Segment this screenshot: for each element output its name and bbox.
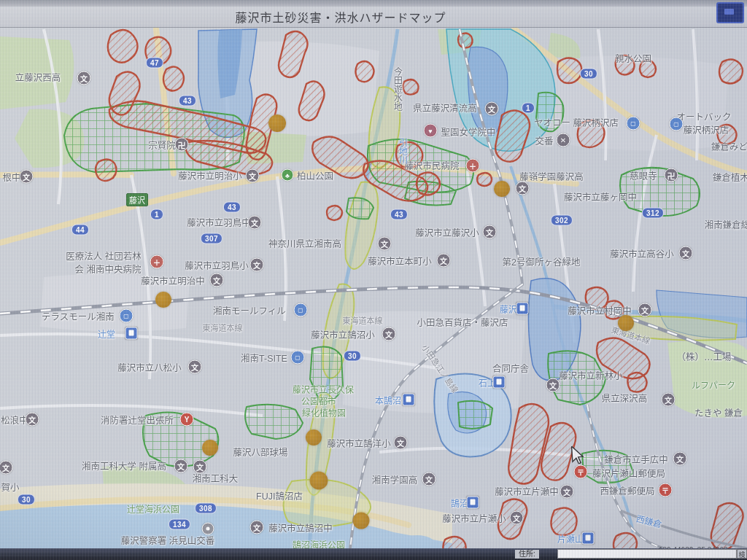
hospital-icon: ＋ <box>466 159 480 173</box>
school-icon: 文 <box>662 393 676 407</box>
map-label: 湘南工科大学 附属高 <box>82 459 166 472</box>
orange-marker-dot <box>202 440 218 456</box>
corner-button[interactable] <box>716 2 744 23</box>
school-icon: 文 <box>437 254 451 268</box>
map-label: 藤沢市立羽鳥中 <box>187 215 251 229</box>
map-label: 藤沢八部球場 <box>233 445 287 459</box>
orange-marker-dot <box>353 513 370 529</box>
map-label: 藤沢市立明治中 <box>141 273 205 287</box>
map-label: 辻堂海浜公園 <box>127 502 179 515</box>
station-icon <box>125 327 138 340</box>
map-label: 親水公園 <box>615 51 651 65</box>
map-label: 辻堂 <box>98 327 115 340</box>
station-icon <box>582 532 595 545</box>
school-icon: 文 <box>638 303 652 317</box>
map-label: 消防署辻堂出張所 <box>101 413 174 427</box>
map-label: 湘南鎌倉総 <box>705 217 747 231</box>
map-label: 慈眼寺 <box>630 168 657 182</box>
temple-icon: 卍 <box>665 168 678 182</box>
map-label: 片瀬山 <box>557 532 584 545</box>
school-icon: 文 <box>516 182 530 195</box>
hazard-map-canvas[interactable]: 立藤沢西高親水公園宗賢院根中藤沢市立明治小藤沢藤沢市立羽鳥中藤沢市立羽鳥小医療法… <box>0 27 747 548</box>
map-label: 東海道本線 <box>203 322 243 333</box>
orange-marker-dot <box>268 114 286 132</box>
school-icon: 文 <box>250 258 264 272</box>
school-icon: 文 <box>679 246 693 260</box>
route-shield: 1 <box>522 103 535 114</box>
school-icon: 文 <box>560 485 574 499</box>
address-input[interactable] <box>557 549 737 559</box>
map-label: たきや 鎌倉 <box>694 405 743 419</box>
school-icon: 文 <box>174 459 188 473</box>
route-shield: 30 <box>580 69 597 79</box>
school-icon: 文 <box>485 102 499 116</box>
address-label: 住所: <box>515 550 539 559</box>
map-label: 湘南モールフィル <box>213 303 286 317</box>
school-icon: 文 <box>394 436 408 450</box>
map-label: 鎌倉みど <box>711 139 747 153</box>
map-label: 会 湘南中央病院 <box>75 262 142 276</box>
post-icon: 〒 <box>659 483 673 497</box>
route-shield: 43 <box>223 202 241 213</box>
map-label: 藤沢市立本町小 <box>368 254 432 268</box>
map-label: 藤沢警察署 浜見山交番 <box>121 533 214 547</box>
map-label: 藤沢市立片瀬中 <box>495 484 559 498</box>
route-shield: 134 <box>169 519 190 530</box>
route-shield: 44 <box>71 225 89 236</box>
map-label: 第2号御所ヶ谷緑地 <box>503 254 581 268</box>
school-icon: 文 <box>210 273 224 287</box>
screen-bezel <box>0 0 747 7</box>
school-icon: 文 <box>382 327 396 341</box>
map-label: 松浪中 <box>1 413 28 427</box>
park-icon: ♣ <box>282 169 294 182</box>
map-label: 県立藤沢清流高 <box>413 101 477 114</box>
route-shield: 47 <box>146 58 163 69</box>
map-label: 藤沢市立新林小 <box>559 368 623 382</box>
map-label: 医療法人 社団若林 <box>66 249 141 262</box>
orange-marker-dot <box>306 429 322 446</box>
route-shield: 30 <box>18 494 35 505</box>
map-label: 藤沢市立羽鳥小 <box>185 258 249 272</box>
school-icon: 文 <box>378 237 392 251</box>
map-label: 藤沢市立藤ヶ岡中 <box>564 190 637 203</box>
school-icon: 文 <box>422 472 436 486</box>
koban-icon: ✕ <box>557 133 570 147</box>
fire-icon: Y <box>180 413 194 427</box>
map-label: 藤沢 <box>126 193 148 206</box>
search-button[interactable]: 検索 <box>737 549 747 559</box>
school-icon: 文 <box>188 360 202 374</box>
post-icon: 〒 <box>574 465 588 479</box>
map-label: 湘南学園高 <box>372 472 418 486</box>
station-icon <box>516 303 529 315</box>
map-label: 聖園女学院中 <box>441 125 495 139</box>
map-label: 藤沢市立鵠沼中 <box>268 521 333 534</box>
route-shield: 302 <box>551 215 573 226</box>
title-bar: 藤沢市土砂災害・洪水ハザードマップ <box>0 7 747 28</box>
map-label: テラスモール湘南 <box>42 309 115 323</box>
map-label: 藤沢片瀬山郵便局 <box>592 466 665 480</box>
poigray-icon <box>202 523 214 535</box>
map-label: オートバック <box>676 109 731 123</box>
mall-icon: ▢ <box>291 351 305 365</box>
temple-icon: 卍 <box>175 138 189 152</box>
map-label: 根中 <box>2 170 20 184</box>
school-icon: 文 <box>248 216 262 230</box>
school-icon: 文 <box>20 170 34 184</box>
map-label: 緑化植物園 <box>302 406 346 419</box>
map-label: 藤沢市立八松小 <box>117 360 182 374</box>
school-icon: 文 <box>483 225 497 239</box>
map-label: 藤沢市民病院 <box>404 158 459 172</box>
map-label: 小田急百貨店・藤沢店 <box>417 315 508 329</box>
heart-icon: ♥ <box>424 124 438 138</box>
map-label: ヤオコー 藤沢柄沢店 <box>534 115 619 129</box>
orange-marker-dot <box>310 472 328 490</box>
mall-icon: ▢ <box>294 303 308 317</box>
route-shield: 30 <box>344 351 361 362</box>
map-label: 本鵠沼 <box>375 394 401 406</box>
map-label: 藤沢市立長久保 <box>293 383 354 395</box>
map-label: （株）…工場 <box>676 349 731 363</box>
school-icon: 文 <box>510 511 524 525</box>
mall-icon: ▢ <box>627 117 640 131</box>
map-label: 立藤沢西高 <box>15 70 61 84</box>
map-label: 藤沢市立高谷小 <box>610 246 674 260</box>
